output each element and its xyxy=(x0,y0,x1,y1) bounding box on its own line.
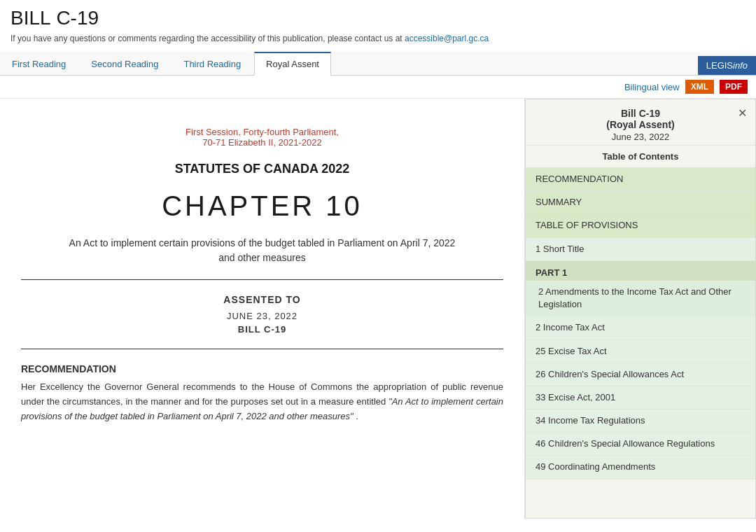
toolbar: Bilingual view XML PDF xyxy=(0,76,756,99)
toc-panel: Bill C-19 (Royal Assent) June 23, 2022 ✕… xyxy=(525,99,756,519)
page-header: BILL C-19 If you have any questions or c… xyxy=(0,0,756,52)
toc-item-childrens-special-allowances[interactable]: 26 Children's Special Allowances Act xyxy=(526,363,755,386)
toc-item-income-tax-act[interactable]: 2 Income Tax Act xyxy=(526,316,755,340)
toc-item-excise-act-2001[interactable]: 33 Excise Act, 2001 xyxy=(526,386,755,410)
toc-item-excise-tax-act-25[interactable]: 25 Excise Tax Act xyxy=(526,340,755,363)
recommendation-text: Her Excellency the Governor General reco… xyxy=(21,380,503,424)
toc-item-income-tax-regulations[interactable]: 34 Income Tax Regulations xyxy=(526,410,755,433)
main-layout: First Session, Forty-fourth Parliament, … xyxy=(0,99,756,519)
document-area: First Session, Forty-fourth Parliament, … xyxy=(0,99,525,519)
doc-divider-bottom xyxy=(21,349,503,349)
toc-item-coordinating-amendments[interactable]: 49 Coordinating Amendments xyxy=(526,456,755,479)
toc-item-part1-header[interactable]: PART 1 xyxy=(526,261,755,281)
accessibility-notice: If you have any questions or comments re… xyxy=(10,34,746,43)
doc-bill-ref: BILL C-19 xyxy=(21,324,503,335)
toc-bill-title: Bill C-19 xyxy=(537,108,744,119)
doc-statutes: STATUTES OF CANADA 2022 xyxy=(21,162,503,176)
toc-item-childrens-special-allowance-regs[interactable]: 46 Children's Special Allowance Regulati… xyxy=(526,433,755,456)
bilingual-view-link[interactable]: Bilingual view xyxy=(624,82,680,92)
pdf-button[interactable]: PDF xyxy=(720,80,748,94)
tabs-bar: First Reading Second Reading Third Readi… xyxy=(0,52,756,76)
doc-chapter: CHAPTER 10 xyxy=(21,190,503,222)
doc-assented-date: JUNE 23, 2022 xyxy=(21,311,503,321)
toc-item-table-of-provisions[interactable]: TABLE OF PROVISIONS xyxy=(526,214,755,237)
doc-act-title: An Act to implement certain provisions o… xyxy=(21,236,503,265)
doc-recommendation-section: RECOMMENDATION Her Excellency the Govern… xyxy=(21,363,503,424)
toc-bill-date: June 23, 2022 xyxy=(537,132,744,142)
doc-divider-top xyxy=(21,279,503,280)
doc-assented-label: ASSENTED TO xyxy=(21,294,503,305)
legis-info-button[interactable]: LEGISinfo xyxy=(698,56,756,75)
tab-third-reading[interactable]: Third Reading xyxy=(172,52,253,75)
recommendation-heading: RECOMMENDATION xyxy=(21,363,503,374)
doc-session: First Session, Forty-fourth Parliament, … xyxy=(21,127,503,148)
toc-bill-subtitle: (Royal Assent) xyxy=(537,119,744,130)
accessibility-email-link[interactable]: accessible@parl.gc.ca xyxy=(405,34,489,43)
tab-second-reading[interactable]: Second Reading xyxy=(79,52,170,75)
bill-title: BILL C-19 xyxy=(10,7,746,29)
toc-item-part1-subtitle[interactable]: 2 Amendments to the Income Tax Act and O… xyxy=(526,281,755,316)
toc-item-recommendation[interactable]: RECOMMENDATION xyxy=(526,168,755,191)
tab-first-reading[interactable]: First Reading xyxy=(0,52,78,75)
bill-prefix: BILL xyxy=(10,7,51,29)
toc-scroll-area: RECOMMENDATIONSUMMARYTABLE OF PROVISIONS… xyxy=(526,168,755,479)
tab-royal-assent[interactable]: Royal Assent xyxy=(254,52,331,76)
xml-button[interactable]: XML xyxy=(685,80,714,94)
toc-item-summary[interactable]: SUMMARY xyxy=(526,191,755,214)
toc-contents-label: Table of Contents xyxy=(526,146,755,168)
toc-header: Bill C-19 (Royal Assent) June 23, 2022 ✕ xyxy=(526,99,755,146)
toc-close-button[interactable]: ✕ xyxy=(738,106,747,120)
toc-item-short-title[interactable]: 1 Short Title xyxy=(526,238,755,261)
bill-number: C-19 xyxy=(56,7,99,29)
